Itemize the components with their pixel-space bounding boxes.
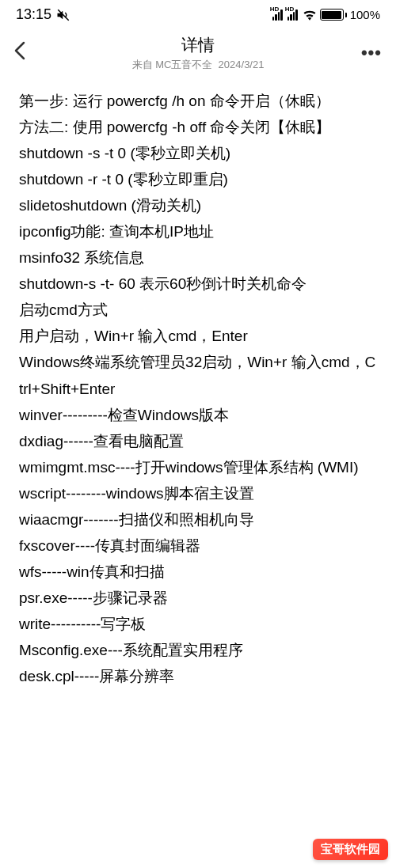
clock: 13:15	[16, 6, 51, 23]
content-line: shutdown -r -t 0 (零秒立即重启)	[19, 166, 377, 192]
battery-percent: 100%	[350, 8, 380, 21]
content-line: msinfo32 系统信息	[19, 244, 377, 271]
content-line: slidetoshutdown (滑动关机)	[19, 192, 377, 218]
content-line: 用户启动，Win+r 输入cmd，Enter	[19, 323, 377, 349]
mute-icon	[56, 8, 70, 22]
content-body: 第一步: 运行 powercfg /h on 命令开启（休眠） 方法二: 使用 …	[0, 77, 396, 689]
content-line: ipconfig功能: 查询本机IP地址	[19, 218, 377, 244]
more-button[interactable]: •••	[358, 43, 382, 63]
content-line: dxdiag------查看电脑配置	[19, 428, 377, 454]
signal-2: HD	[287, 9, 298, 21]
content-line: wmimgmt.msc----打开windows管理体系结构 (WMI)	[19, 454, 377, 480]
page-subtitle: 来自 MC五音不全 2024/3/21	[38, 58, 358, 72]
status-bar: 13:15 HD HD 100%	[0, 0, 396, 26]
nav-header: 详情 来自 MC五音不全 2024/3/21 •••	[0, 26, 396, 77]
content-line: shutdown-s -t- 60 表示60秒倒计时关机命令	[19, 271, 377, 297]
content-line: Msconfig.exe---系统配置实用程序	[19, 637, 377, 663]
status-left: 13:15	[16, 6, 70, 23]
content-line: desk.cpl-----屏幕分辨率	[19, 663, 377, 689]
back-button[interactable]	[14, 40, 38, 66]
content-line: Windows终端系统管理员32启动，Win+r 输入cmd，Ctrl+Shif…	[19, 349, 377, 401]
content-line: winver---------检查Windows版本	[19, 402, 377, 428]
signal-1: HD	[272, 9, 283, 21]
content-line: 启动cmd方式	[19, 297, 377, 323]
status-right: HD HD 100%	[272, 8, 380, 21]
content-line: wiaacmgr-------扫描仪和照相机向导	[19, 506, 377, 533]
title-block: 详情 来自 MC五音不全 2024/3/21	[38, 34, 358, 72]
content-line: wfs-----win传真和扫描	[19, 559, 377, 585]
content-line: psr.exe-----步骤记录器	[19, 585, 377, 611]
content-line: shutdown -s -t 0 (零秒立即关机)	[19, 140, 377, 166]
watermark-badge: 宝哥软件园	[313, 839, 388, 860]
content-line: 方法二: 使用 powercfg -h off 命令关闭【休眠】	[19, 114, 377, 140]
content-line: wscript--------windows脚本宿主设置	[19, 480, 377, 506]
battery-icon	[320, 9, 347, 21]
content-line: fxscover----传真封面编辑器	[19, 533, 377, 559]
content-line: 第一步: 运行 powercfg /h on 命令开启（休眠）	[19, 88, 377, 114]
wifi-icon	[303, 9, 317, 21]
content-line: write----------写字板	[19, 611, 377, 637]
page-title: 详情	[38, 34, 358, 56]
